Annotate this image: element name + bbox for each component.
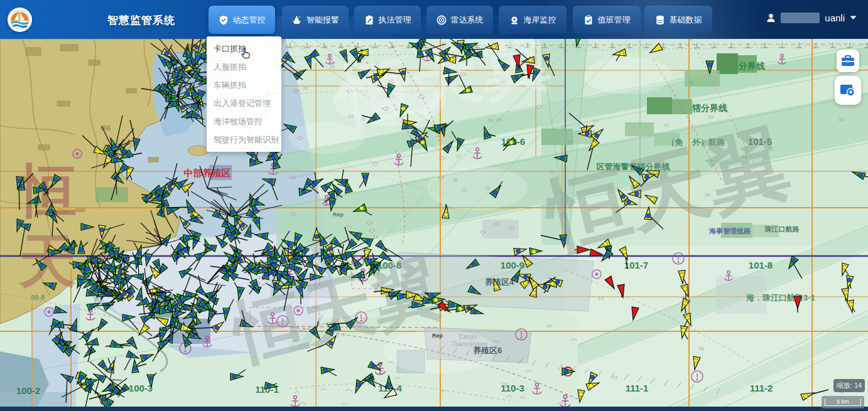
svg-text:10: 10 (592, 118, 598, 124)
svg-text:30: 30 (688, 80, 694, 85)
svg-text:99-8: 99-8 (31, 294, 45, 301)
svg-text:100-2: 100-2 (16, 385, 40, 396)
svg-text:23: 23 (568, 139, 573, 144)
svg-text:30: 30 (302, 85, 308, 91)
svg-text:中部养殖区: 中部养殖区 (184, 168, 231, 178)
svg-text:Rep: Rep (432, 333, 443, 339)
svg-text:30: 30 (488, 118, 494, 124)
svg-text:分界线: 分界线 (738, 61, 765, 71)
svg-text:19: 19 (708, 114, 713, 120)
svg-text:32: 32 (663, 122, 669, 128)
svg-text:13: 13 (598, 296, 604, 301)
svg-text:15: 15 (838, 117, 844, 122)
svg-text:18: 18 (501, 382, 507, 387)
svg-text:海事管理线路: 海事管理线路 (708, 227, 751, 235)
svg-text:Rep: Rep (333, 211, 344, 218)
svg-text:36: 36 (452, 177, 458, 183)
svg-text:100-3: 100-3 (129, 383, 153, 393)
svg-text:17: 17 (456, 153, 462, 159)
svg-text:Transshipm: Transshipm (452, 341, 487, 348)
svg-text:100-9: 100-9 (501, 260, 524, 270)
svg-text:25: 25 (484, 185, 490, 191)
svg-text:养殖区4: 养殖区4 (484, 277, 514, 287)
svg-text:辖分界线: 辖分界线 (692, 103, 727, 113)
svg-text:101-8: 101-8 (749, 260, 773, 270)
svg-text:35: 35 (698, 346, 704, 351)
svg-text:海．珠江口航路3-1: 海．珠江口航路3-1 (746, 293, 815, 302)
svg-text:111-1: 111-1 (626, 383, 649, 393)
svg-text:珠江口航路: 珠江口航路 (764, 225, 800, 233)
svg-text:111-2: 111-2 (750, 383, 773, 393)
svg-text:23: 23 (612, 375, 617, 380)
svg-text:Cargo: Cargo (459, 333, 477, 340)
svg-text:29: 29 (496, 117, 502, 123)
svg-text:40: 40 (546, 323, 552, 329)
